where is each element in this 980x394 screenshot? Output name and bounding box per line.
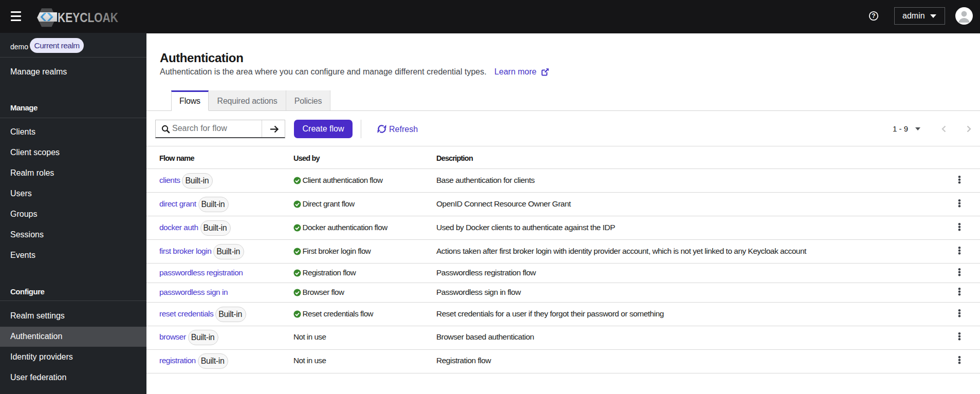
svg-text:?: ? (872, 12, 875, 20)
svg-text:KEYCLOAK: KEYCLOAK (58, 10, 118, 25)
